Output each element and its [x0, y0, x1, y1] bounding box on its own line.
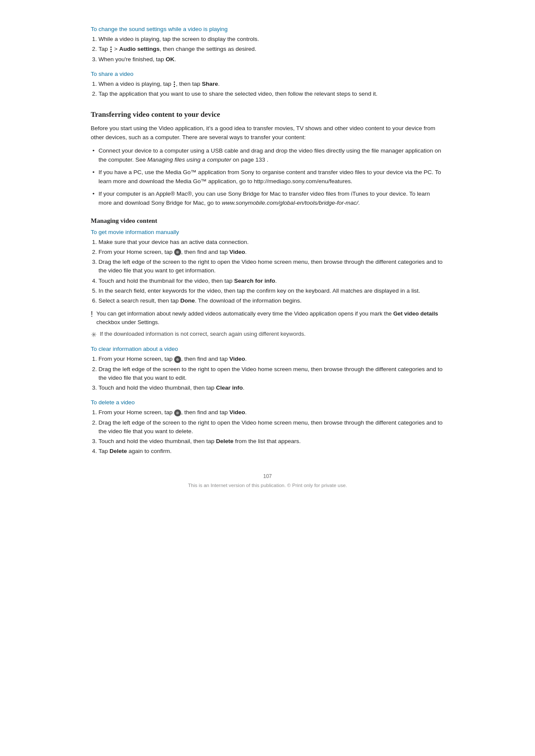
page-content: To change the sound settings while a vid… — [82, 0, 453, 522]
clear-video-info-heading: To clear information about a video — [91, 346, 444, 352]
page-footer: 107 — [91, 473, 444, 479]
list-item: From your Home screen, tap ⊕, then find … — [99, 248, 444, 256]
list-item: From your Home screen, tap ⊕, then find … — [99, 355, 444, 363]
page-number: 107 — [263, 473, 272, 479]
list-item: In the search field, enter keywords for … — [99, 287, 444, 295]
list-item: From your Home screen, tap ⊕, then find … — [99, 408, 444, 417]
transferring-bullets: Connect your device to a computer using … — [91, 147, 444, 208]
list-item: Make sure that your device has an active… — [99, 238, 444, 247]
list-item: Touch and hold the thumbnail for the vid… — [99, 277, 444, 285]
transferring-title: Transferring video content to your devic… — [91, 110, 444, 119]
menu-icon — [110, 47, 112, 52]
list-item: Tap the application that you want to use… — [99, 90, 444, 98]
list-item: When you're finished, tap OK. — [99, 55, 444, 64]
apps-icon: ⊕ — [174, 249, 181, 256]
list-item: Tap Delete again to confirm. — [99, 447, 444, 456]
share-video-section: To share a video When a video is playing… — [91, 71, 444, 99]
sound-settings-heading: To change the sound settings while a vid… — [91, 26, 444, 32]
note-icon: ! — [91, 310, 93, 319]
menu-icon — [174, 81, 175, 87]
get-movie-info-section: To get movie information manually Make s… — [91, 229, 444, 339]
list-item: Touch and hold the video thumbnail, then… — [99, 437, 444, 446]
delete-video-section: To delete a video From your Home screen,… — [91, 399, 444, 456]
tip-block: ✳ If the downloaded information is not c… — [91, 330, 444, 339]
get-movie-info-steps: Make sure that your device has an active… — [99, 238, 444, 306]
apps-icon: ⊕ — [174, 409, 181, 416]
tip-text: If the downloaded information is not cor… — [100, 330, 306, 338]
clear-video-info-steps: From your Home screen, tap ⊕, then find … — [99, 355, 444, 392]
share-video-steps: When a video is playing, tap , then tap … — [99, 80, 444, 99]
note-text: You can get information about newly adde… — [97, 309, 444, 326]
get-movie-info-heading: To get movie information manually — [91, 229, 444, 235]
list-item: Drag the left edge of the screen to the … — [99, 419, 444, 436]
managing-title: Managing video content — [91, 217, 444, 225]
managing-section: Managing video content To get movie info… — [91, 217, 444, 456]
list-item: When a video is playing, tap , then tap … — [99, 80, 444, 88]
transferring-intro: Before you start using the Video applica… — [91, 124, 444, 142]
note-block: ! You can get information about newly ad… — [91, 309, 444, 326]
tip-icon: ✳ — [91, 331, 97, 339]
list-item: Drag the left edge of the screen to the … — [99, 258, 444, 275]
sound-settings-section: To change the sound settings while a vid… — [91, 26, 444, 64]
clear-video-info-section: To clear information about a video From … — [91, 346, 444, 392]
apps-icon: ⊕ — [174, 356, 181, 363]
list-item: Select a search result, then tap Done. T… — [99, 297, 444, 305]
list-item: If your computer is an Apple® Mac®, you … — [91, 190, 444, 208]
delete-video-heading: To delete a video — [91, 399, 444, 406]
list-item: If you have a PC, use the Media Go™ appl… — [91, 168, 444, 186]
transferring-section: Transferring video content to your devic… — [91, 110, 444, 207]
list-item: Connect your device to a computer using … — [91, 147, 444, 165]
list-item: Touch and hold the video thumbnail, then… — [99, 384, 444, 392]
list-item: While a video is playing, tap the screen… — [99, 35, 444, 44]
share-video-heading: To share a video — [91, 71, 444, 77]
delete-video-steps: From your Home screen, tap ⊕, then find … — [99, 408, 444, 456]
list-item: Tap > Audio settings, then change the se… — [99, 45, 444, 53]
list-item: Drag the left edge of the screen to the … — [99, 365, 444, 383]
sound-settings-steps: While a video is playing, tap the screen… — [99, 35, 444, 64]
footer-note: This is an Internet version of this publ… — [91, 483, 444, 488]
